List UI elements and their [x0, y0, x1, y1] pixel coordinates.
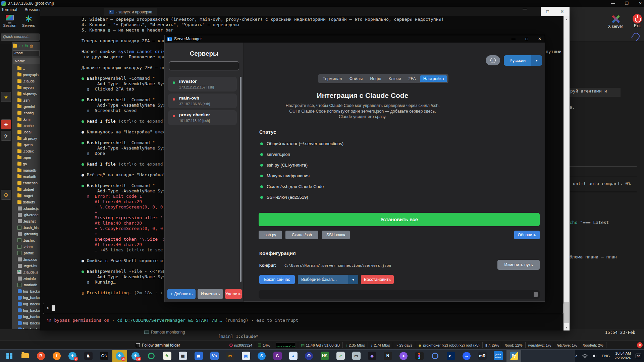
taskbar-github[interactable]: ● — [396, 350, 411, 362]
add-server-button[interactable]: + Добавить — [167, 289, 196, 299]
tab-Ключи[interactable]: Ключи — [385, 75, 404, 82]
file-row[interactable]: myvpn — [13, 84, 41, 90]
file-row[interactable]: .gemini — [13, 103, 41, 110]
file-row[interactable]: .claude — [13, 78, 41, 84]
info-button[interactable]: i — [486, 55, 500, 65]
tab-2FA[interactable]: 2FA — [405, 75, 419, 82]
moba-maximize-button[interactable]: ❐ — [625, 1, 629, 6]
taskbar-obsidian[interactable]: ◆ — [365, 350, 379, 362]
taskbar-notes-app[interactable]: ✎ — [160, 350, 174, 362]
file-row[interactable]: .mariadb — [13, 282, 41, 288]
terminal-scrollbar[interactable]: ▴ ▾ — [564, 16, 570, 330]
file-row[interactable]: .viminfo — [13, 275, 41, 282]
file-row[interactable]: log_backu — [13, 301, 41, 307]
attach-icon[interactable] — [631, 32, 641, 42]
install-ssh--button[interactable]: SSH-ключ — [322, 231, 350, 239]
taskbar-calculator[interactable]: ▦ — [175, 350, 190, 362]
install-all-button[interactable]: Установить всё — [259, 213, 540, 226]
file-row[interactable]: .lesshst — [13, 218, 41, 224]
backup-select[interactable]: Выберите бэкап… ▾ — [298, 275, 358, 284]
file-row[interactable]: log_backu — [13, 313, 41, 320]
taskbar-document-app[interactable]: ▤ — [191, 350, 206, 362]
terminal-tab[interactable]: >_ · запуск и проверка — [104, 8, 157, 16]
taskbar-start[interactable] — [2, 350, 17, 362]
file-row[interactable]: mariadb- — [13, 173, 41, 180]
taskbar-brave[interactable]: B — [34, 350, 48, 362]
restore-button[interactable]: Восстановить — [361, 275, 394, 284]
refresh-button[interactable]: Обновить — [514, 231, 540, 239]
taskbar-visual-studio[interactable]: Vs — [207, 350, 222, 362]
terminal-minimize-button[interactable] — [523, 9, 527, 9]
moba-close-button[interactable]: ✕ — [639, 1, 642, 6]
notifications-button[interactable]: 32 — [636, 354, 641, 358]
server-card-main-ovh[interactable]: main-ovh37.187.136.86 [ssh] — [168, 94, 237, 108]
server-card-investor[interactable]: investor173.212.212.157 [ssh] — [168, 77, 237, 92]
file-row[interactable]: log_backu — [13, 294, 41, 301]
file-row[interactable]: .ssh — [13, 97, 41, 103]
delete-server-button[interactable]: Удалить — [225, 289, 242, 299]
file-row[interactable]: .tmux.co — [13, 256, 41, 262]
file-row[interactable]: .zshrc — [13, 243, 41, 250]
quick-connect-input[interactable]: Quick connect... — [1, 34, 40, 41]
tab-Терминал[interactable]: Терминал — [319, 75, 345, 82]
taskbar-raven-app[interactable]: ♞ — [81, 350, 96, 362]
taskbar-firefox[interactable]: f — [49, 350, 64, 362]
sidebar-scrollbar[interactable] — [240, 77, 241, 282]
install--ssh-button[interactable]: Скилл /ssh — [285, 231, 318, 239]
taskbar-g-purple-app[interactable]: G — [270, 350, 285, 362]
globe-icon[interactable]: ⊕ — [1, 190, 11, 200]
tools-icon[interactable]: ✚ — [1, 119, 11, 129]
volume-icon[interactable] — [592, 354, 597, 358]
server-search-input[interactable] — [169, 61, 239, 70]
tab-Файлы[interactable]: Файлы — [346, 75, 366, 82]
taskbar-green-ring-app[interactable] — [144, 350, 159, 362]
folder-up-icon[interactable] — [13, 44, 17, 48]
input-language[interactable]: ENG — [602, 354, 610, 358]
file-row[interactable]: .git-crede — [13, 212, 41, 218]
taskbar-monitor-app[interactable]: ▭ — [349, 350, 364, 362]
file-row[interactable]: dotnet9 — [13, 199, 41, 205]
download-icon[interactable]: ↓ — [18, 44, 20, 48]
change-path-button[interactable]: Изменить путь — [497, 260, 540, 270]
file-row[interactable]: .claude.js — [13, 205, 41, 212]
file-row[interactable]: log_backu — [13, 307, 41, 313]
menu-sessions[interactable]: Sessions — [24, 7, 42, 12]
tab-Инфо[interactable]: Инфо — [367, 75, 384, 82]
taskbar-blue-creature-app[interactable]: ʘ — [302, 350, 316, 362]
taskbar-snip-tool[interactable]: ✂ — [223, 350, 237, 362]
moba-servers-button[interactable]: Servers — [21, 15, 36, 27]
file-row[interactable]: log_backu — [13, 288, 41, 294]
taskbar-telegram-3[interactable]: ✈715 — [128, 350, 143, 362]
file-row[interactable]: .bashrc — [13, 237, 41, 243]
claude-prompt-box[interactable]: > — [43, 303, 564, 314]
taskbar-powershell[interactable]: >_ — [443, 350, 458, 362]
file-row[interactable]: .. — [13, 65, 41, 71]
plane-icon[interactable]: ✈ — [1, 131, 11, 141]
moba-minimize-button[interactable]: — — [611, 1, 615, 6]
file-row[interactable]: .cache — [13, 122, 41, 129]
file-row[interactable]: .npm — [13, 154, 41, 161]
server-card-proxy-checker[interactable]: proxy-checker161.97.118.40 [ssh] — [168, 110, 237, 125]
file-row[interactable]: .nuget — [13, 192, 41, 199]
file-row[interactable]: .di-proxy — [13, 135, 41, 141]
statusbar-close-icon[interactable]: × — [637, 342, 643, 348]
sm-close-button[interactable]: ✕ — [538, 37, 541, 41]
menu-terminal[interactable]: Terminal — [1, 7, 17, 12]
edit-server-button[interactable]: Изменить — [198, 289, 223, 299]
taskbar-python[interactable]: Py — [506, 350, 521, 362]
taskbar-mremoteng[interactable]: mR — [475, 350, 490, 362]
taskbar-cmd[interactable]: C:\ — [97, 350, 111, 362]
taskbar-notion[interactable]: N — [380, 350, 395, 362]
follow-terminal-folder-checkbox[interactable]: Follow terminal folder — [136, 343, 180, 348]
file-row[interactable]: log_backu — [13, 320, 41, 326]
upload-icon[interactable]: ↑ — [21, 44, 23, 48]
sftp-path-input[interactable]: /root/ — [13, 50, 40, 56]
taskbar-notepad2[interactable]: ▤ — [238, 350, 253, 362]
favorites-icon[interactable]: ★ — [1, 92, 11, 102]
file-row[interactable]: .gitconfig — [13, 231, 41, 237]
sftp-name-header[interactable]: Name — [13, 58, 40, 64]
file-row[interactable]: .config — [13, 110, 41, 116]
file-row[interactable]: .local — [13, 129, 41, 135]
taskbar-photos[interactable]: ▲ — [286, 350, 301, 362]
file-row[interactable]: .profile — [13, 250, 41, 256]
